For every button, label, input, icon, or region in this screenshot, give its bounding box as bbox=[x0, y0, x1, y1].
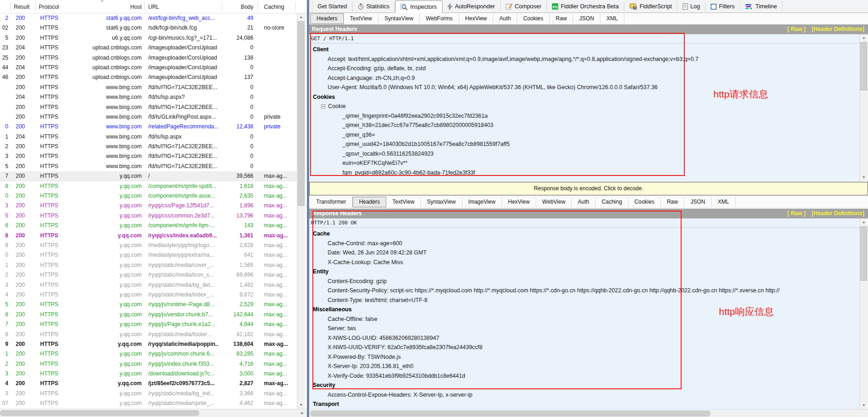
response-tab-cookies[interactable]: Cookies bbox=[629, 197, 661, 207]
session-list-vertical-scrollbar[interactable]: ▲ ▼ bbox=[297, 13, 305, 409]
session-row[interactable]: 5200HTTPSu6.y.qq.com/cgi-bin/musics.fcg?… bbox=[0, 33, 297, 43]
session-row[interactable]: 0200HTTPSy.qq.com/mediastyle/yqq/extra/m… bbox=[0, 250, 297, 260]
session-row[interactable]: 44204HTTPSupload.cnblogs.com/imageupload… bbox=[0, 63, 297, 73]
scroll-thumb[interactable] bbox=[860, 42, 867, 91]
session-row[interactable]: 2200HTTPSwww.bing.com/fd/ls/l?IG=71AC32E… bbox=[0, 142, 297, 151]
session-row[interactable]: 6200HTTPSy.qq.com/component/m/qmfe-fqm-.… bbox=[0, 221, 297, 230]
scroll-up-arrow-icon[interactable]: ▲ bbox=[860, 34, 868, 42]
collapse-icon[interactable] bbox=[321, 104, 325, 109]
response-encoded-banner[interactable]: Response body is encoded. Click to decod… bbox=[309, 182, 868, 195]
column-header-body[interactable]: Body bbox=[212, 4, 253, 10]
request-tab-syntaxview[interactable]: SyntaxView bbox=[378, 14, 419, 24]
request-tab-webforms[interactable]: WebForms bbox=[420, 14, 459, 24]
session-row[interactable]: 200HTTPSwww.bing.com/fd/ls/l?IG=71AC32E2… bbox=[0, 103, 297, 112]
column-header-result[interactable]: Result bbox=[14, 4, 30, 10]
request-tab-json[interactable]: JSON bbox=[573, 14, 600, 24]
session-row[interactable]: 200HTTPSwww.bing.com/fd/ls/l?IG=71AC32E2… bbox=[0, 83, 297, 92]
response-tab-syntaxview[interactable]: SyntaxView bbox=[421, 197, 462, 207]
column-header-protocol[interactable]: Protocol bbox=[39, 4, 59, 10]
session-row[interactable]: 3200HTTPSwww.bing.com/fd/ls/l?IG=71AC32E… bbox=[0, 151, 297, 161]
main-tab-timeline[interactable]: Timeline bbox=[740, 1, 783, 12]
main-tab-composer[interactable]: Composer bbox=[501, 1, 547, 12]
response-tab-xml[interactable]: XML bbox=[712, 197, 736, 207]
session-row[interactable]: 46200HTTPSupload.cnblogs.com/imageupload… bbox=[0, 73, 297, 82]
scroll-down-arrow-icon[interactable]: ▼ bbox=[860, 402, 868, 409]
response-pane-scrollbar[interactable]: ▲ ▼ bbox=[859, 218, 868, 409]
session-row[interactable]: 3200HTTPSy.qq.com/download/download.js?c… bbox=[0, 369, 297, 379]
request-tab-raw[interactable]: Raw bbox=[550, 14, 573, 24]
request-tab-auth[interactable]: Auth bbox=[493, 14, 517, 24]
session-row[interactable]: 9200HTTPSy.qq.com/mediastyle/yqq/img/log… bbox=[0, 241, 297, 250]
scroll-up-arrow-icon[interactable]: ▲ bbox=[860, 218, 868, 226]
session-row[interactable]: 8200HTTPSy.qq.com/component/m/qmfe-spd/l… bbox=[0, 181, 297, 191]
session-row[interactable]: 3200HTTPSy.qq.com/ryqq/static/media/bg_i… bbox=[0, 389, 297, 399]
scroll-up-arrow-icon[interactable]: ▲ bbox=[297, 13, 305, 21]
session-row[interactable]: 200HTTPSwww.bing.com/fd/ls/GLinkPingPost… bbox=[0, 112, 297, 122]
session-row[interactable]: 07200HTTPSy.qq.com/ryqq/static/media/spr… bbox=[0, 399, 297, 408]
response-tab-auth[interactable]: Auth bbox=[572, 197, 596, 207]
column-header-url[interactable]: URL bbox=[148, 4, 159, 10]
session-row[interactable]: 1204HTTPSwww.bing.com/fd/ls/lsp.aspx0 bbox=[0, 132, 297, 142]
column-header-caching[interactable]: Caching bbox=[264, 4, 284, 10]
request-tab-cookies[interactable]: Cookies bbox=[517, 14, 550, 24]
session-row[interactable]: 2200HTTPSy.qq.com/ryqq/static/media/icon… bbox=[0, 270, 297, 280]
session-row[interactable]: 4200HTTPSy.qq.com/jzt/85eef2/c09576773c5… bbox=[0, 379, 297, 388]
session-row[interactable]: 3200HTTPSy.qq.com/ryqq/css/Page.12f541d7… bbox=[0, 201, 297, 211]
session-row[interactable]: 8200HTTPSy.qq.com/ryqq/css/index.ea0adb9… bbox=[0, 231, 297, 241]
session-row[interactable]: 2200HTTPSy.qq.com/ryqq/js/index.chunk.f3… bbox=[0, 359, 297, 369]
scroll-right-arrow-icon[interactable]: ▸ bbox=[299, 409, 306, 417]
scroll-thumb[interactable] bbox=[298, 21, 305, 206]
session-row[interactable]: 0200HTTPSwww.bing.com/relatedPageRecomme… bbox=[0, 122, 297, 132]
raw-link[interactable]: [ Raw ] bbox=[787, 210, 805, 217]
response-tab-imageview[interactable]: ImageView bbox=[462, 197, 502, 207]
request-tab-hexview[interactable]: HexView bbox=[459, 14, 493, 24]
session-row[interactable]: 204HTTPSwww.bing.com/fd/ls/lsp.aspx?0 bbox=[0, 92, 297, 102]
main-tab-filters[interactable]: Filters bbox=[706, 1, 740, 12]
scroll-thumb[interactable] bbox=[0, 410, 199, 416]
session-row[interactable]: 23204HTTPSupload.cnblogs.com/imageupload… bbox=[0, 43, 297, 53]
request-tab-textview[interactable]: TextView bbox=[344, 14, 378, 24]
main-tab-inspectors[interactable]: Inspectors bbox=[395, 0, 443, 13]
session-row[interactable]: 8200HTTPSy.qq.com/ryqq/static/media/foot… bbox=[0, 330, 297, 339]
header-definitions-link[interactable]: [Header Definitions] bbox=[812, 210, 864, 217]
session-row[interactable]: 2200HTTPSstat6.y.qq.com/ext/fcgi-bin/fcg… bbox=[0, 13, 297, 23]
header-definitions-link[interactable]: [Header Definitions] bbox=[812, 26, 864, 32]
response-horizontal-scrollbar[interactable] bbox=[309, 409, 868, 417]
session-row[interactable]: 1200HTTPSy.qq.com/ryqq/static/media/cove… bbox=[0, 260, 297, 270]
session-row[interactable]: 6200HTTPSy.qq.com/ryqq/js/vendor.chunk.b… bbox=[0, 310, 297, 320]
session-row[interactable]: 7200HTTPSy.qq.com/39,566max-ag... bbox=[0, 171, 297, 181]
session-row[interactable]: 5200HTTPSy.qq.com/ryqq/js/runtime~Page.d… bbox=[0, 300, 297, 309]
session-row[interactable]: 5200HTTPSy.qq.com/ryqq/css/common.2e3d7.… bbox=[0, 211, 297, 221]
raw-link[interactable]: [ Raw ] bbox=[787, 26, 805, 32]
column-header-host[interactable]: Host bbox=[60, 4, 142, 10]
main-tab-fiddlerscript[interactable]: JSFiddlerScript bbox=[624, 1, 677, 12]
session-row[interactable]: 1200HTTPSy.qq.com/ryqq/js/common.chunk.6… bbox=[0, 349, 297, 359]
session-row[interactable]: 25200HTTPSupload.cnblogs.com/imageupload… bbox=[0, 53, 297, 63]
main-tab-log[interactable]: Log bbox=[677, 1, 706, 12]
request-tab-xml[interactable]: XML bbox=[600, 14, 624, 24]
session-row[interactable]: 02200HTTPSstat6.y.qq.com/sdk/fcgi-bin/sd… bbox=[0, 23, 297, 33]
request-pane-scrollbar[interactable]: ▲ ▼ bbox=[859, 34, 868, 181]
session-row[interactable]: 4200HTTPSy.qq.com/ryqq/static/media/inde… bbox=[0, 290, 297, 300]
request-tab-headers[interactable]: Headers bbox=[310, 13, 344, 24]
main-tab-autoresponder[interactable]: AutoResponder bbox=[443, 1, 501, 12]
response-tab-webview[interactable]: WebView bbox=[536, 197, 572, 207]
scroll-thumb[interactable] bbox=[860, 226, 867, 281]
response-tab-headers[interactable]: Headers bbox=[353, 197, 386, 207]
response-tab-textview[interactable]: TextView bbox=[386, 197, 421, 207]
main-tab-get-started[interactable]: Get Started bbox=[312, 1, 353, 12]
scroll-down-arrow-icon[interactable]: ▼ bbox=[297, 401, 305, 409]
main-tab-fiddler-orchestra-beta[interactable]: FOFiddler Orchestra Beta bbox=[547, 1, 624, 12]
main-tab-statistics[interactable]: Statistics bbox=[353, 1, 395, 12]
response-tab-caching[interactable]: Caching bbox=[596, 197, 629, 207]
session-row[interactable]: 5200HTTPSwww.bing.com/fd/ls/l?IG=71AC32E… bbox=[0, 162, 297, 171]
session-row[interactable]: 0200HTTPSy.qq.com/component/m/qmfe-asse.… bbox=[0, 191, 297, 201]
scroll-down-arrow-icon[interactable]: ▼ bbox=[860, 174, 868, 181]
scroll-thumb[interactable] bbox=[310, 411, 711, 417]
response-tab-raw[interactable]: Raw bbox=[661, 197, 684, 207]
session-row[interactable]: 3200HTTPSy.qq.com/ryqq/static/media/bg_d… bbox=[0, 280, 297, 290]
response-tab-json[interactable]: JSON bbox=[684, 197, 712, 207]
response-tab-transformer[interactable]: Transformer bbox=[310, 197, 353, 207]
session-row[interactable]: 9200HTTPSy.qq.com/ryqq/static/media/popp… bbox=[0, 339, 297, 349]
session-list-horizontal-scrollbar[interactable]: ▸ bbox=[0, 409, 307, 417]
